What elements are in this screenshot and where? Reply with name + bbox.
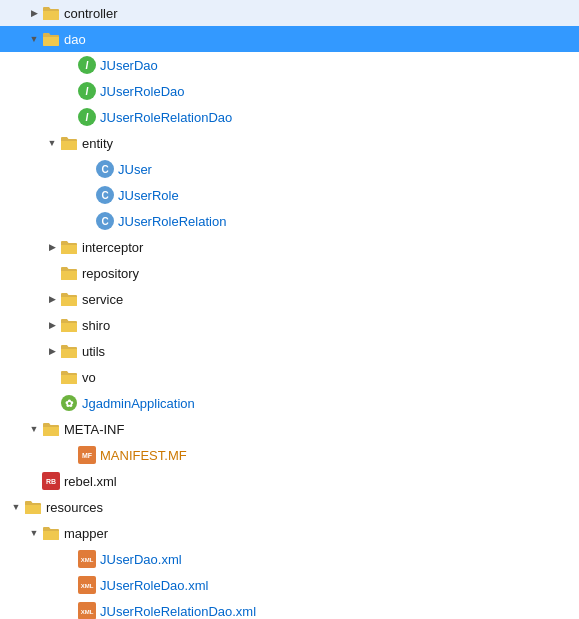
tree-row[interactable]: IJUserDao [0, 52, 579, 78]
folder-icon [24, 498, 42, 516]
row-label: JgadminApplication [82, 396, 195, 411]
interface-icon: I [78, 82, 96, 100]
folder-icon [60, 368, 78, 386]
spring-icon: ✿ [60, 394, 78, 412]
row-label: JUserDao.xml [100, 552, 182, 567]
xml-icon: XML [78, 602, 96, 619]
tree-row[interactable]: ▼entity [0, 130, 579, 156]
folder-icon [60, 134, 78, 152]
row-label: JUser [118, 162, 152, 177]
arrow-right-icon[interactable]: ▶ [44, 343, 60, 359]
row-label: JUserRoleRelationDao.xml [100, 604, 256, 619]
tree-row[interactable]: IJUserRoleDao [0, 78, 579, 104]
tree-row[interactable]: XMLJUserRoleDao.xml [0, 572, 579, 598]
folder-icon [60, 264, 78, 282]
class-icon: C [96, 212, 114, 230]
folder-icon [60, 342, 78, 360]
rebel-icon: RB [42, 472, 60, 490]
tree-row[interactable]: ▶utils [0, 338, 579, 364]
arrow-down-icon[interactable]: ▼ [8, 499, 24, 515]
folder-icon [60, 290, 78, 308]
arrow-placeholder [44, 369, 60, 385]
arrow-right-icon[interactable]: ▶ [44, 239, 60, 255]
tree-row[interactable]: CJUserRoleRelation [0, 208, 579, 234]
folder-icon [60, 316, 78, 334]
svg-text:RB: RB [46, 478, 56, 485]
row-label: JUserRoleRelation [118, 214, 226, 229]
arrow-down-icon[interactable]: ▼ [44, 135, 60, 151]
folder-icon [42, 420, 60, 438]
tree-row[interactable]: ▶interceptor [0, 234, 579, 260]
row-label: JUserRoleRelationDao [100, 110, 232, 125]
tree-row[interactable]: ▶shiro [0, 312, 579, 338]
arrow-down-icon[interactable]: ▼ [26, 421, 42, 437]
row-label: rebel.xml [64, 474, 117, 489]
xml-icon: XML [78, 550, 96, 568]
tree-row[interactable]: ▼resources [0, 494, 579, 520]
arrow-placeholder [80, 161, 96, 177]
xml-icon: XML [78, 576, 96, 594]
tree-row[interactable]: XMLJUserRoleRelationDao.xml [0, 598, 579, 619]
arrow-placeholder [44, 395, 60, 411]
tree-row[interactable]: ▶service [0, 286, 579, 312]
row-label: interceptor [82, 240, 143, 255]
svg-text:MF: MF [82, 452, 93, 459]
tree-row[interactable]: ▼dao [0, 26, 579, 52]
class-icon: C [96, 160, 114, 178]
tree-row[interactable]: repository [0, 260, 579, 286]
class-icon: C [96, 186, 114, 204]
row-label: JUserRoleDao [100, 84, 185, 99]
svg-text:XML: XML [81, 609, 94, 615]
arrow-placeholder [62, 603, 78, 619]
tree-row[interactable]: CJUser [0, 156, 579, 182]
svg-text:XML: XML [81, 583, 94, 589]
arrow-down-icon[interactable]: ▼ [26, 31, 42, 47]
row-label: utils [82, 344, 105, 359]
arrow-right-icon[interactable]: ▶ [44, 291, 60, 307]
row-label: JUserRole [118, 188, 179, 203]
arrow-right-icon[interactable]: ▶ [44, 317, 60, 333]
arrow-placeholder [80, 187, 96, 203]
arrow-down-icon[interactable]: ▼ [26, 525, 42, 541]
tree-row[interactable]: ▼mapper [0, 520, 579, 546]
folder-icon [42, 30, 60, 48]
file-tree: ▶controller▼daoIJUserDaoIJUserRoleDaoIJU… [0, 0, 579, 619]
row-label: dao [64, 32, 86, 47]
svg-text:XML: XML [81, 557, 94, 563]
folder-icon [42, 4, 60, 22]
row-label: repository [82, 266, 139, 281]
tree-row[interactable]: vo [0, 364, 579, 390]
row-label: mapper [64, 526, 108, 541]
tree-row[interactable]: ▶controller [0, 0, 579, 26]
row-label: JUserRoleDao.xml [100, 578, 208, 593]
row-label: shiro [82, 318, 110, 333]
folder-icon [42, 524, 60, 542]
manifest-icon: MF [78, 446, 96, 464]
tree-row[interactable]: MFMANIFEST.MF [0, 442, 579, 468]
row-label: vo [82, 370, 96, 385]
arrow-placeholder [62, 447, 78, 463]
row-label: META-INF [64, 422, 124, 437]
row-label: resources [46, 500, 103, 515]
tree-row[interactable]: ▼META-INF [0, 416, 579, 442]
arrow-placeholder [26, 473, 42, 489]
arrow-placeholder [62, 577, 78, 593]
folder-icon [60, 238, 78, 256]
arrow-placeholder [62, 109, 78, 125]
arrow-placeholder [44, 265, 60, 281]
interface-icon: I [78, 56, 96, 74]
tree-row[interactable]: ✿JgadminApplication [0, 390, 579, 416]
row-label: service [82, 292, 123, 307]
arrow-placeholder [62, 83, 78, 99]
row-label: controller [64, 6, 117, 21]
tree-row[interactable]: IJUserRoleRelationDao [0, 104, 579, 130]
interface-icon: I [78, 108, 96, 126]
arrow-right-icon[interactable]: ▶ [26, 5, 42, 21]
arrow-placeholder [62, 551, 78, 567]
row-label: MANIFEST.MF [100, 448, 187, 463]
svg-text:✿: ✿ [65, 398, 74, 409]
tree-row[interactable]: RBrebel.xml [0, 468, 579, 494]
tree-row[interactable]: XMLJUserDao.xml [0, 546, 579, 572]
row-label: JUserDao [100, 58, 158, 73]
tree-row[interactable]: CJUserRole [0, 182, 579, 208]
